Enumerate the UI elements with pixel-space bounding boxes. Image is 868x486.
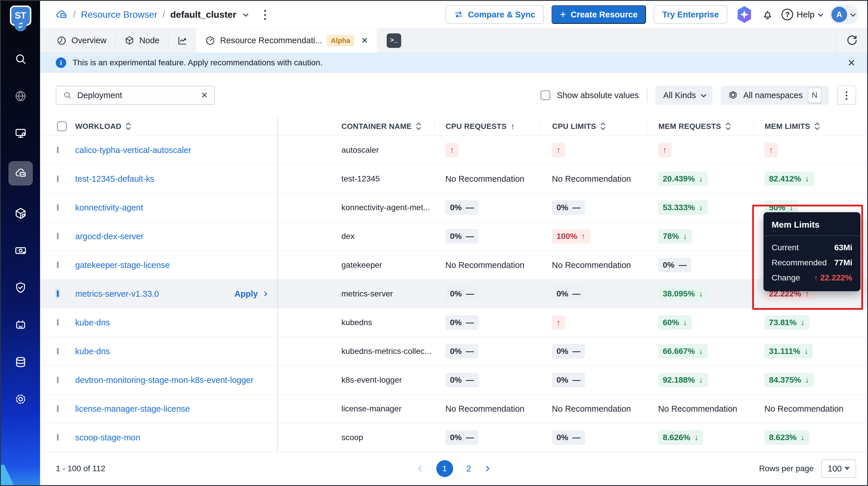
cpu-limits-cell: No Recommendation [541, 404, 647, 414]
workload-link[interactable]: metrics-server-v1.33.0 [75, 289, 159, 299]
refresh-button[interactable] [836, 28, 867, 53]
workload-link[interactable]: kube-dns [75, 318, 110, 328]
tab-monitoring[interactable] [168, 28, 196, 53]
column-header-cpu-limits[interactable]: CPU LIMITS [541, 117, 647, 135]
sidebar-item-settings[interactable] [8, 390, 33, 408]
row-checkbox[interactable] [57, 319, 59, 326]
filter-controls: Show absolute values All Kinds All names… [540, 86, 856, 105]
sort-both-icon [125, 122, 131, 131]
sidebar-item-cost[interactable] [8, 241, 33, 260]
try-enterprise-button[interactable]: Try Enterprise [654, 5, 727, 24]
workload-link[interactable]: test-12345-default-ks [75, 174, 154, 184]
tab-resource-recommendations[interactable]: Resource Recommendati... Alpha ✕ [196, 28, 377, 53]
mem-limits-cell: 84.375%↓ [753, 373, 867, 387]
mem-requests-cell: 78%↓ [647, 229, 753, 244]
row-checkbox[interactable] [57, 175, 59, 182]
tab-node[interactable]: Node [116, 28, 168, 53]
workload-link[interactable]: scoop-stage-mon [75, 433, 140, 443]
container-name: kubedns-metrics-collec... [330, 347, 434, 356]
column-header-mem-requests[interactable]: MEM REQUESTS [647, 117, 753, 135]
row-checkbox[interactable] [57, 348, 59, 355]
tab-terminal[interactable]: >_ [377, 28, 411, 53]
table-body: calico-typha-vertical-autoscaler autosca… [40, 136, 867, 452]
row-checkbox[interactable] [57, 405, 59, 412]
sidebar-item-global[interactable] [8, 87, 33, 105]
cpu-requests-cell: 0%— [434, 315, 541, 330]
sidebar-item-security[interactable] [8, 278, 33, 297]
sidebar-item-search[interactable] [8, 50, 33, 68]
cpu-limits-cell: 0%— [541, 430, 647, 445]
row-checkbox[interactable] [57, 434, 59, 441]
page-1-button[interactable]: 1 [436, 460, 453, 477]
select-all-checkbox[interactable] [57, 121, 67, 131]
cpu-requests-cell: No Recommendation [434, 404, 541, 414]
search-clear-icon[interactable]: ✕ [201, 90, 208, 100]
sort-both-icon [416, 122, 422, 131]
mem-limits-cell: 82.412%↓ [753, 172, 867, 186]
app-logo[interactable]: ST [1, 1, 40, 36]
workload-link[interactable]: calico-typha-vertical-autoscaler [75, 146, 191, 155]
sidebar-item-resource-browser[interactable] [8, 161, 33, 185]
page-2-button[interactable]: 2 [466, 464, 471, 474]
workload-link[interactable]: konnectivity-agent [75, 203, 143, 213]
column-header-cpu-requests[interactable]: CPU REQUESTS ↑ [434, 117, 541, 135]
workload-link[interactable]: kube-dns [75, 347, 110, 356]
cpu-requests-cell: No Recommendation [434, 174, 541, 184]
compare-sync-button[interactable]: Compare & Sync [445, 5, 544, 24]
workload-link[interactable]: argocd-dex-server [75, 232, 144, 241]
row-checkbox[interactable] [57, 204, 59, 211]
notifications-bell-icon[interactable] [762, 8, 774, 21]
tab-close-icon[interactable]: ✕ [361, 36, 368, 45]
workload-link[interactable]: license-manager-stage-license [75, 404, 190, 414]
cpu-limits-cell: ↑ [541, 143, 647, 157]
sidebar-item-stack-manager[interactable] [8, 353, 33, 371]
refresh-icon [846, 35, 858, 47]
sync-badge-icon [14, 19, 27, 31]
rows-per-page: Rows per page 100 [759, 459, 856, 478]
row-checkbox[interactable] [57, 233, 59, 240]
header-kebab-menu[interactable]: ⋮ [259, 9, 271, 20]
rows-per-page-select[interactable]: 100 [821, 459, 856, 478]
pagination-bar: 1 - 100 of 112 1 2 Rows per page 100 [40, 452, 867, 485]
search-box[interactable]: ✕ [56, 86, 215, 105]
banner-close-icon[interactable]: ✕ [847, 57, 856, 68]
tab-bar: Overview Node Resource Recommendati... A… [40, 28, 867, 53]
namespaces-filter-dropdown[interactable]: All namespaces N [720, 86, 829, 105]
breadcrumb-resource-browser-link[interactable]: Resource Browser [81, 9, 157, 20]
help-menu[interactable]: ? Help [781, 9, 822, 20]
mem-limits-cell: 8.623%↓ [753, 430, 867, 445]
filter-row: ✕ Show absolute values All Kinds All nam… [56, 86, 856, 105]
column-header-container-name[interactable]: CONTAINER NAME [330, 117, 434, 135]
mem-requests-cell: ↑ [647, 143, 753, 157]
main-area: / Resource Browser / default_cluster ⋮ C… [40, 1, 867, 485]
tooltip-metric-row: Current63Mi [772, 243, 852, 252]
show-absolute-checkbox[interactable] [540, 90, 550, 100]
cluster-dropdown-chevron-icon[interactable] [243, 11, 248, 17]
apply-button[interactable]: Apply [234, 289, 278, 299]
ai-sparkle-icon[interactable] [735, 5, 754, 24]
row-checkbox[interactable] [57, 290, 59, 297]
row-checkbox[interactable] [57, 376, 59, 383]
workload-link[interactable]: devtron-monitoring-stage-mon-k8s-event-l… [75, 375, 253, 385]
filter-kebab-menu[interactable]: ⋮ [837, 86, 856, 105]
rows-per-page-label: Rows per page [759, 464, 814, 473]
previous-page-icon[interactable] [418, 466, 424, 472]
sidebar-item-applications[interactable] [8, 124, 33, 143]
column-header-mem-limits[interactable]: MEM LIMITS [753, 117, 867, 135]
cpu-limits-cell: ↑ [541, 315, 647, 330]
search-input[interactable] [77, 91, 196, 100]
workload-link[interactable]: gatekeeper-stage-license [75, 261, 170, 270]
column-header-workload[interactable]: WORKLOAD [75, 117, 278, 135]
header-actions: Compare & Sync + Create Resource Try Ent… [445, 5, 859, 24]
kinds-filter-dropdown[interactable]: All Kinds [655, 86, 712, 105]
experimental-banner: i This is an experimental feature. Apply… [40, 53, 867, 73]
row-checkbox[interactable] [57, 262, 59, 268]
sidebar-item-bot[interactable] [8, 315, 33, 334]
tab-overview[interactable]: Overview [48, 28, 115, 53]
info-icon: i [56, 58, 66, 68]
row-checkbox[interactable] [57, 147, 59, 153]
create-resource-button[interactable]: + Create Resource [552, 5, 646, 24]
sidebar-item-chart-store[interactable] [8, 204, 33, 223]
user-menu[interactable]: A [830, 5, 859, 24]
next-page-icon[interactable] [484, 466, 490, 472]
